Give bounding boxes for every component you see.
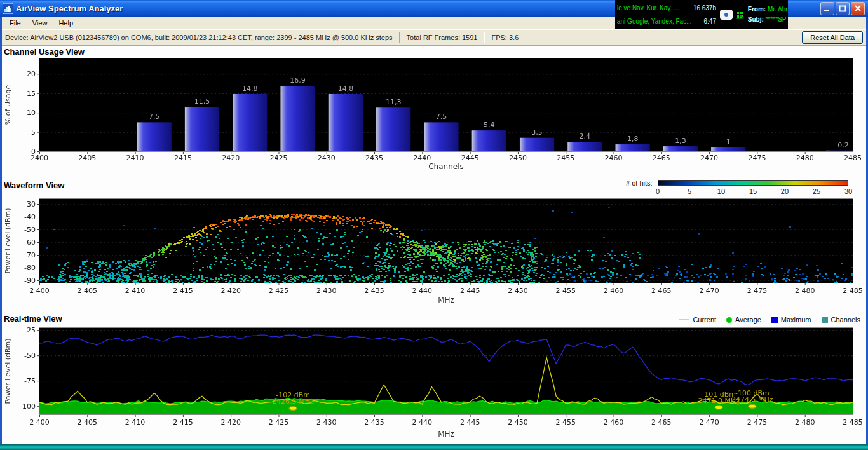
legend-current: Current: [679, 316, 716, 324]
notification-popup[interactable]: le ve Nav. Kur. Kay. ... 16 637b ani Goo…: [615, 0, 788, 29]
waveform-chart: [0, 196, 868, 305]
taskbar-strip: [0, 444, 868, 450]
hits-tick: 20: [781, 188, 789, 195]
realtime-legend: Current Average Maximum Channels: [679, 316, 860, 324]
from-label: From:: [748, 6, 766, 13]
waveform-section-title: Waveform View: [4, 181, 64, 190]
notification-line1-value: 16 637b: [693, 4, 716, 12]
channel-usage-chart: [0, 57, 868, 170]
notification-time: 6:47: [704, 18, 716, 25]
legend-maximum: Maximum: [771, 316, 811, 324]
notification-app-icon: [718, 0, 735, 29]
device-info: Device: AirView2 USB (0123456789) on COM…: [5, 34, 393, 41]
device-toolbar: Device: AirView2 USB (0123456789) on COM…: [0, 29, 868, 46]
hits-tick: 0: [656, 188, 660, 195]
legend-channels-label: Channels: [831, 316, 860, 324]
hits-tick: 25: [813, 188, 820, 195]
toolbar-separator: [399, 32, 400, 43]
hits-gradient-bar: [658, 180, 848, 186]
toolbar-separator: [484, 32, 485, 43]
app-window: AirView Spectrum Analyzer le ve Nav. Kur…: [0, 0, 868, 450]
legend-current-label: Current: [693, 316, 716, 324]
close-icon[interactable]: [851, 2, 865, 15]
notification-line1: le ve Nav. Kur. Kay. ...: [617, 4, 679, 12]
menu-help[interactable]: Help: [53, 18, 79, 28]
usage-section-title: Channel Usage View: [4, 47, 85, 57]
hits-tick: 5: [688, 188, 691, 195]
average-dot-swatch: [726, 317, 732, 323]
menu-view[interactable]: View: [27, 18, 53, 28]
current-line-swatch: [679, 319, 689, 320]
hits-tick: 10: [717, 188, 725, 195]
window-title: AirView Spectrum Analyzer: [16, 4, 123, 13]
hits-legend-ticks: 0 5 10 15 20 25 30: [658, 188, 848, 195]
hits-tick: 15: [749, 188, 757, 195]
notification-line2: ani Google, Yandex, Fac...: [617, 18, 691, 25]
window-edge: [0, 17, 2, 444]
maximum-square-swatch: [771, 317, 778, 323]
window-controls: [820, 2, 865, 15]
hits-legend-label: # of hits:: [626, 179, 653, 187]
fps-value: FPS: 3.6: [491, 34, 519, 41]
from-value: Mr. Ahm: [768, 6, 787, 13]
hits-tick: 30: [844, 188, 852, 195]
notification-messages: le ve Nav. Kur. Kay. ... 16 637b ani Goo…: [615, 0, 718, 29]
legend-channels: Channels: [822, 316, 860, 324]
contact-grid-icon: [736, 11, 743, 19]
menu-file[interactable]: File: [4, 18, 27, 28]
channels-square-swatch: [822, 317, 828, 323]
legend-average-label: Average: [735, 316, 761, 324]
maximize-button[interactable]: [836, 2, 850, 15]
messenger-icon: [720, 10, 733, 20]
notification-mail: From: Mr. Ahm Subj: *****SP: [735, 0, 788, 29]
total-rf-frames: Total RF Frames: 1591: [407, 34, 478, 41]
subj-label: Subj:: [748, 16, 764, 24]
legend-maximum-label: Maximum: [781, 316, 811, 324]
legend-average: Average: [726, 316, 761, 324]
subj-value: *****SP: [766, 16, 787, 24]
realtime-section-title: Real-time View: [4, 314, 62, 324]
reset-all-data-button[interactable]: Reset All Data: [802, 31, 863, 44]
app-icon: [3, 3, 13, 14]
minimize-button[interactable]: [820, 2, 834, 15]
realtime-chart: [0, 325, 868, 445]
